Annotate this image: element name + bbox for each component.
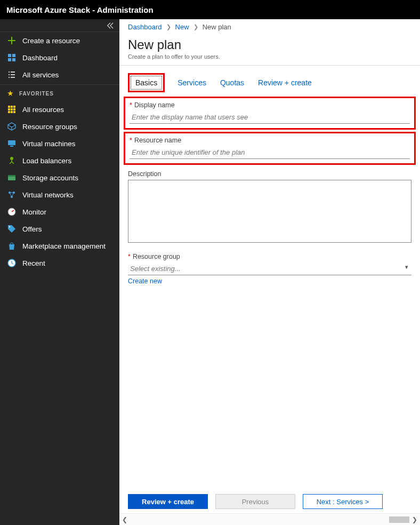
svg-rect-11 bbox=[11, 111, 13, 113]
clock-icon bbox=[7, 259, 16, 267]
description-label: Description bbox=[128, 170, 411, 178]
breadcrumb-new[interactable]: New bbox=[175, 23, 189, 31]
footer-actions: Review + create Previous Next : Services… bbox=[128, 494, 411, 509]
scroll-right-arrow[interactable]: ❯ bbox=[409, 516, 420, 523]
tab-highlight: Basics bbox=[128, 73, 165, 92]
sidebar-all-resources[interactable]: All resources bbox=[0, 101, 119, 118]
sidebar-item-label: All resources bbox=[22, 106, 64, 114]
svg-rect-0 bbox=[8, 54, 11, 57]
svg-point-15 bbox=[10, 157, 13, 160]
breadcrumb-dashboard[interactable]: Dashboard bbox=[128, 23, 162, 31]
sidebar-marketplace[interactable]: Marketplace management bbox=[0, 237, 119, 254]
scroll-thumb[interactable] bbox=[389, 516, 409, 523]
sidebar-load-balancers[interactable]: Load balancers bbox=[0, 152, 119, 169]
divider bbox=[0, 84, 119, 85]
resource-name-highlight: * Resource name bbox=[124, 132, 416, 165]
sidebar-recent[interactable]: Recent bbox=[0, 254, 119, 272]
cube-icon bbox=[7, 122, 16, 131]
resource-name-input[interactable] bbox=[130, 146, 410, 159]
favorites-label: FAVORITES bbox=[19, 91, 54, 97]
display-name-input[interactable] bbox=[130, 111, 410, 124]
sidebar-item-label: Offers bbox=[22, 225, 42, 233]
resource-group-field: * Resource group Select existing... ▾ Cr… bbox=[128, 253, 411, 285]
svg-point-22 bbox=[9, 226, 10, 227]
display-name-highlight: * Display name bbox=[124, 97, 416, 130]
page-subtitle: Create a plan to offer to your users. bbox=[128, 53, 411, 60]
tabs: Basics Services Quotas Review + create bbox=[128, 74, 411, 91]
tab-review-create[interactable]: Review + create bbox=[257, 76, 313, 89]
svg-rect-8 bbox=[11, 108, 13, 110]
chevron-down-icon: ▾ bbox=[405, 264, 408, 271]
sidebar-dashboard[interactable]: Dashboard bbox=[0, 49, 119, 66]
sidebar-all-services[interactable]: All services bbox=[0, 66, 119, 83]
description-input[interactable] bbox=[128, 180, 411, 243]
scroll-track[interactable] bbox=[130, 515, 409, 524]
sidebar: Create a resource Dashboard All services… bbox=[0, 19, 119, 525]
sidebar-monitor[interactable]: Monitor bbox=[0, 203, 119, 220]
sidebar-favorites-header: ★ FAVORITES bbox=[0, 86, 119, 101]
required-asterisk: * bbox=[130, 137, 132, 144]
chevron-right-icon: ❯ bbox=[166, 23, 171, 30]
sidebar-item-label: Resource groups bbox=[22, 123, 77, 131]
sidebar-offers[interactable]: Offers bbox=[0, 220, 119, 237]
sidebar-storage-accounts[interactable]: Storage accounts bbox=[0, 169, 119, 186]
sidebar-virtual-networks[interactable]: Virtual networks bbox=[0, 186, 119, 203]
breadcrumb-current: New plan bbox=[203, 23, 231, 31]
required-asterisk: * bbox=[128, 253, 131, 260]
sidebar-virtual-machines[interactable]: Virtual machines bbox=[0, 135, 119, 152]
load-balancer-icon bbox=[7, 156, 16, 165]
sidebar-item-label: Dashboard bbox=[22, 54, 58, 62]
storage-icon bbox=[7, 173, 16, 182]
svg-rect-14 bbox=[10, 146, 13, 147]
create-new-link[interactable]: Create new bbox=[128, 277, 162, 285]
display-name-label: * Display name bbox=[130, 101, 410, 109]
chevron-right-icon: ❯ bbox=[193, 23, 198, 30]
sidebar-item-label: Virtual networks bbox=[22, 191, 74, 199]
monitor-icon bbox=[7, 139, 16, 148]
next-services-button[interactable]: Next : Services > bbox=[303, 494, 383, 509]
resource-group-select[interactable]: Select existing... ▾ bbox=[128, 262, 411, 275]
tab-quotas[interactable]: Quotas bbox=[219, 76, 245, 89]
sidebar-item-label: Recent bbox=[22, 259, 45, 267]
resource-group-label: * Resource group bbox=[128, 253, 411, 260]
sidebar-collapse-button[interactable] bbox=[0, 19, 119, 32]
page-title: New plan bbox=[128, 37, 411, 52]
svg-rect-7 bbox=[8, 108, 10, 110]
description-field: Description bbox=[128, 170, 411, 244]
sidebar-item-label: Monitor bbox=[22, 208, 46, 216]
form-body: Basics Services Quotas Review + create *… bbox=[119, 66, 420, 525]
breadcrumb: Dashboard ❯ New ❯ New plan bbox=[119, 19, 420, 35]
resource-name-label: * Resource name bbox=[130, 137, 410, 144]
star-icon: ★ bbox=[7, 90, 14, 97]
list-icon bbox=[7, 70, 16, 79]
svg-rect-3 bbox=[12, 58, 15, 61]
tab-services[interactable]: Services bbox=[176, 76, 207, 89]
sidebar-resource-groups[interactable]: Resource groups bbox=[0, 118, 119, 135]
sidebar-item-label: Storage accounts bbox=[22, 174, 78, 182]
svg-rect-13 bbox=[8, 140, 15, 145]
svg-rect-1 bbox=[12, 54, 15, 57]
horizontal-scrollbar[interactable]: ❮ ❯ bbox=[119, 513, 420, 525]
svg-rect-17 bbox=[8, 175, 15, 177]
gauge-icon bbox=[7, 208, 16, 216]
sidebar-item-label: Load balancers bbox=[22, 157, 71, 165]
sidebar-item-label: Create a resource bbox=[22, 37, 80, 45]
topbar: Microsoft Azure Stack - Administration bbox=[0, 0, 420, 19]
review-create-button[interactable]: Review + create bbox=[128, 494, 208, 509]
sidebar-item-label: All services bbox=[22, 71, 59, 79]
shopping-bag-icon bbox=[7, 242, 16, 250]
svg-rect-12 bbox=[13, 111, 15, 113]
sidebar-create-resource[interactable]: Create a resource bbox=[0, 32, 119, 49]
svg-rect-10 bbox=[8, 111, 10, 113]
tab-basics[interactable]: Basics bbox=[131, 76, 162, 90]
content: Dashboard ❯ New ❯ New plan New plan Crea… bbox=[119, 19, 420, 525]
required-asterisk: * bbox=[130, 101, 132, 109]
scroll-left-arrow[interactable]: ❮ bbox=[119, 516, 130, 523]
app-title: Microsoft Azure Stack - Administration bbox=[6, 5, 154, 14]
resource-group-value: Select existing... bbox=[128, 262, 411, 275]
previous-button: Previous bbox=[215, 494, 295, 509]
svg-rect-2 bbox=[8, 58, 11, 61]
dashboard-icon bbox=[7, 53, 16, 62]
svg-rect-4 bbox=[8, 106, 10, 108]
sidebar-item-label: Virtual machines bbox=[22, 140, 76, 148]
